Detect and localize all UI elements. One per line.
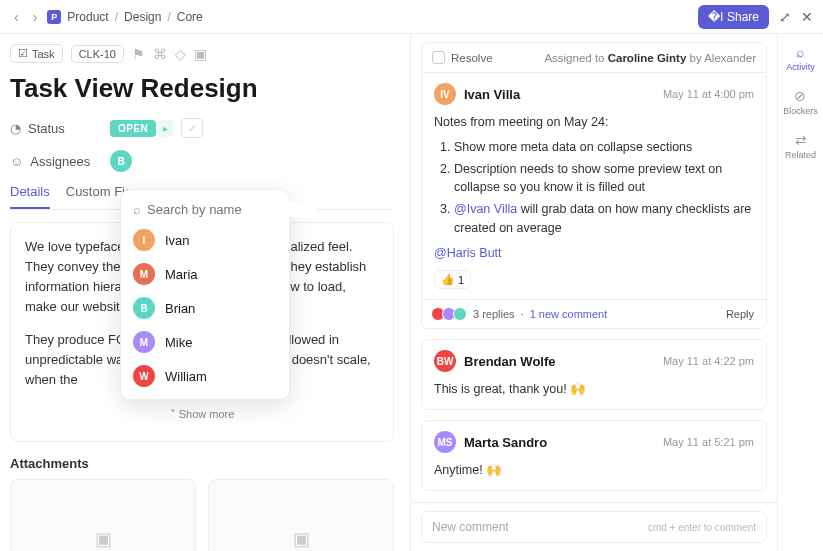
comment-author[interactable]: BWBrendan Wolfe — [434, 350, 556, 372]
nav-forward-icon[interactable]: › — [29, 7, 42, 27]
assignee-option-label: Ivan — [165, 233, 190, 248]
composer-placeholder: New comment — [432, 520, 509, 534]
comment-author[interactable]: MSMarta Sandro — [434, 431, 547, 453]
collapse-icon[interactable]: ⤢ — [779, 9, 791, 25]
reaction-chip[interactable]: 👍1 — [434, 270, 471, 289]
comment-body: This is great, thank you! 🙌 — [434, 380, 754, 399]
tag-icon[interactable]: ◇ — [175, 46, 186, 62]
topbar: ‹ › P Product / Design / Core �ا Share ⤢… — [0, 0, 823, 34]
breadcrumb-separator: / — [167, 10, 170, 24]
resolve-label: Resolve — [451, 52, 493, 64]
status-advance-icon[interactable]: ▸ — [158, 120, 173, 137]
replies-count: 3 replies — [473, 308, 515, 320]
list-item: Description needs to show some preview t… — [454, 160, 754, 198]
attachments-row: ▣ ▣ — [10, 479, 394, 551]
assignee-option-label: Mike — [165, 335, 192, 350]
show-more-button[interactable]: ˅ Show more — [25, 402, 379, 427]
assignee-option[interactable]: BBrian — [121, 291, 289, 325]
task-type-chip[interactable]: ☑Task — [10, 44, 63, 63]
assigned-to-user[interactable]: Caroline Ginty — [608, 52, 687, 64]
avatar: BW — [434, 350, 456, 372]
composer-hint: cmd + enter to comment — [648, 522, 756, 533]
assigned-by-user: Alexander — [704, 52, 756, 64]
breadcrumb: ‹ › P Product / Design / Core — [10, 7, 203, 27]
main-content: ☑Task CLK-10 ⚑ ⌘ ◇ ▣ Task View Redesign … — [0, 34, 823, 551]
task-title[interactable]: Task View Redesign — [10, 73, 394, 104]
comment-timestamp: May 11 at 4:22 pm — [663, 355, 754, 367]
thread-root-comment: IV Ivan Villa May 11 at 4:00 pm Notes fr… — [421, 73, 767, 300]
share-icon: �ا — [708, 10, 723, 24]
comment-composer: New comment cmd + enter to comment — [411, 502, 777, 551]
task-meta-row: ☑Task CLK-10 ⚑ ⌘ ◇ ▣ — [10, 44, 394, 63]
right-sidebar: ⌕ Activity ⊘ Blockers ⇄ Related — [777, 34, 823, 551]
status-icon: ◔ — [10, 121, 21, 136]
avatar: M — [133, 331, 155, 353]
project-icon: P — [47, 10, 61, 24]
status-value[interactable]: OPEN — [110, 120, 156, 137]
tab-details[interactable]: Details — [10, 184, 50, 209]
related-icon: ⇄ — [795, 132, 807, 148]
avatar: MS — [434, 431, 456, 453]
reply-button[interactable]: Reply — [726, 308, 754, 320]
comment-body: Anytime! 🙌 — [434, 461, 754, 480]
comment-timestamp: May 11 at 4:00 pm — [663, 88, 754, 100]
assignee-option[interactable]: MMike — [121, 325, 289, 359]
image-icon[interactable]: ▣ — [194, 46, 207, 62]
close-icon[interactable]: ✕ — [801, 9, 813, 25]
assignee-picker-popover: ⌕ IIvanMMariaBBrianMMikeWWilliam — [120, 189, 290, 400]
resolve-checkbox[interactable] — [432, 51, 445, 64]
avatar: I — [133, 229, 155, 251]
check-icon: ☑ — [18, 47, 28, 60]
search-row: ⌕ — [121, 196, 289, 223]
avatar: B — [133, 297, 155, 319]
thread-replies-bar[interactable]: 3 replies · 1 new comment Reply — [421, 300, 767, 329]
comment-body: Notes from meeting on May 24: Show more … — [434, 113, 754, 262]
assignee-option-label: William — [165, 369, 207, 384]
breadcrumb-core[interactable]: Core — [177, 10, 203, 24]
attachments-heading: Attachments — [10, 456, 394, 471]
list-item: @Ivan Villa will grab data on how many c… — [454, 200, 754, 238]
sidebar-activity[interactable]: ⌕ Activity — [786, 44, 815, 72]
search-input[interactable] — [147, 202, 315, 217]
avatar — [453, 307, 467, 321]
new-comment-indicator: 1 new comment — [530, 308, 608, 320]
activity-panel: Resolve Assigned to Caroline Ginty by Al… — [410, 34, 777, 551]
assignees-row: ☺Assignees B — [10, 150, 394, 172]
assignee-option[interactable]: MMaria — [121, 257, 289, 291]
status-row: ◔Status OPEN ▸ ✓ — [10, 118, 394, 138]
breadcrumb-design[interactable]: Design — [124, 10, 161, 24]
attachment-placeholder[interactable]: ▣ — [208, 479, 394, 551]
complete-checkbox[interactable]: ✓ — [181, 118, 203, 138]
nav-back-icon[interactable]: ‹ — [10, 7, 23, 27]
thumbs-up-icon: 👍 — [441, 273, 455, 286]
avatar: M — [133, 263, 155, 285]
avatar: IV — [434, 83, 456, 105]
link-icon[interactable]: ⌘ — [153, 46, 167, 62]
task-id-chip[interactable]: CLK-10 — [71, 45, 124, 63]
topbar-actions: �ا Share ⤢ ✕ — [698, 5, 813, 29]
comment-input[interactable]: New comment cmd + enter to comment — [421, 511, 767, 543]
share-label: Share — [727, 10, 759, 24]
mention-link[interactable]: @Haris Butt — [434, 246, 502, 260]
assignee-option-label: Brian — [165, 301, 195, 316]
breadcrumb-product[interactable]: Product — [67, 10, 108, 24]
comment-card: MSMarta SandroMay 11 at 5:21 pmAnytime! … — [421, 420, 767, 491]
assignee-avatar[interactable]: B — [110, 150, 132, 172]
image-placeholder-icon: ▣ — [293, 528, 310, 550]
avatar: W — [133, 365, 155, 387]
activity-icon: ⌕ — [796, 44, 804, 60]
comment-author[interactable]: IV Ivan Villa — [434, 83, 520, 105]
image-placeholder-icon: ▣ — [95, 528, 112, 550]
blockers-icon: ⊘ — [794, 88, 806, 104]
attachment-placeholder[interactable]: ▣ — [10, 479, 196, 551]
assignee-option[interactable]: IIvan — [121, 223, 289, 257]
search-icon: ⌕ — [133, 202, 141, 217]
assigned-text: Assigned to Caroline Ginty by Alexander — [544, 52, 756, 64]
sidebar-related[interactable]: ⇄ Related — [785, 132, 816, 160]
comments-scroll: Resolve Assigned to Caroline Ginty by Al… — [411, 34, 777, 502]
sidebar-blockers[interactable]: ⊘ Blockers — [783, 88, 818, 116]
flag-icon[interactable]: ⚑ — [132, 46, 145, 62]
mention-link[interactable]: @Ivan Villa — [454, 202, 517, 216]
assignee-option[interactable]: WWilliam — [121, 359, 289, 393]
share-button[interactable]: �ا Share — [698, 5, 769, 29]
